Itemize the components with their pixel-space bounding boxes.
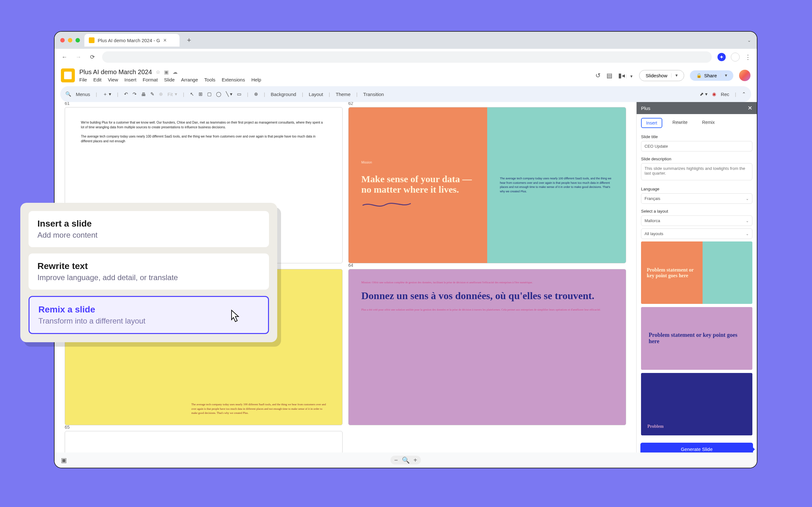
print-icon[interactable]: 🖶: [141, 92, 146, 97]
panel-tab-remix[interactable]: Remix: [698, 118, 719, 128]
grid-view-icon[interactable]: ▣: [61, 456, 67, 464]
search-icon[interactable]: 🔍: [65, 91, 71, 97]
undo-icon[interactable]: ↶: [124, 91, 128, 97]
menu-view[interactable]: View: [108, 77, 118, 82]
slide-title-label: Slide title: [641, 134, 752, 139]
close-tab-icon[interactable]: ×: [163, 37, 167, 44]
add-comment-icon[interactable]: ⊕: [254, 91, 258, 97]
line-icon[interactable]: ╲ ▾: [226, 91, 233, 97]
browser-tabstrip: Plus AI demo March 2024 - G × + ⌄: [55, 32, 757, 49]
lock-icon: 🔒: [696, 73, 702, 78]
slides-logo-icon: [61, 68, 75, 82]
window-controls: [60, 38, 80, 43]
layout-option-3[interactable]: Problem: [641, 373, 752, 435]
new-tab-button[interactable]: +: [184, 35, 194, 45]
all-layouts-select[interactable]: All layouts⌄: [641, 228, 752, 239]
close-panel-icon[interactable]: ✕: [748, 105, 752, 112]
chevron-down-icon: ⌄: [746, 232, 749, 236]
menu-slide[interactable]: Slide: [164, 77, 174, 82]
record-icon[interactable]: ◉: [712, 91, 716, 97]
history-icon[interactable]: ↺: [595, 72, 601, 79]
layout-option-2[interactable]: Problem statement or key point goes here: [641, 307, 752, 370]
layout-select[interactable]: Mallorca⌄: [641, 216, 752, 226]
close-window-icon[interactable]: [60, 38, 65, 43]
toolbar-layout[interactable]: Layout: [309, 92, 323, 97]
slide-64[interactable]: Mission: Offrir une solution complète de…: [348, 269, 626, 425]
address-bar[interactable]: [102, 51, 712, 63]
chevron-down-icon: ⌄: [746, 196, 749, 201]
collapse-icon[interactable]: ⌃: [742, 91, 746, 97]
tab-title: Plus AI demo March 2024 - G: [98, 38, 160, 43]
panel-tab-insert[interactable]: Insert: [641, 118, 662, 128]
menu-file[interactable]: File: [79, 77, 87, 82]
cloud-icon[interactable]: ☁: [172, 69, 177, 75]
select-icon[interactable]: ↖: [190, 91, 194, 97]
slide-number: 61: [65, 102, 70, 106]
maximize-window-icon[interactable]: [75, 38, 80, 43]
toolbar-transition[interactable]: Transition: [363, 92, 384, 97]
textbox-icon[interactable]: ⊞: [199, 91, 203, 97]
reload-button[interactable]: ⟳: [88, 53, 96, 61]
menu-help[interactable]: Help: [251, 77, 261, 82]
slideshow-button[interactable]: Slideshow▼: [639, 70, 684, 81]
menu-extensions[interactable]: Extensions: [222, 77, 245, 82]
browser-toolbar: ← → ⟳ ✦ ⋮: [55, 49, 757, 65]
menu-edit[interactable]: Edit: [93, 77, 101, 82]
back-button[interactable]: ←: [60, 53, 68, 61]
zoom-icon[interactable]: ⊕: [159, 91, 163, 97]
slide-number: 62: [348, 102, 353, 106]
menu-format[interactable]: Format: [143, 77, 158, 82]
menu-bar: File Edit View Insert Format Slide Arran…: [79, 77, 261, 82]
comments-icon[interactable]: ▤: [606, 72, 612, 79]
zoom-reset-icon[interactable]: 🔍: [402, 456, 410, 464]
comment-tool-icon[interactable]: ▭: [237, 91, 241, 97]
minimize-window-icon[interactable]: [68, 38, 72, 43]
layout-option-1[interactable]: Problem statement or key point goes here: [641, 241, 752, 304]
slide-number: 65: [65, 425, 70, 430]
slides-toolbar: 🔍 Menus | ＋ ▾ | ↶ ↷ 🖶 ✎ ⊕ Fit ▾ | ↖ ⊞ ▢ …: [60, 86, 751, 102]
star-icon[interactable]: ☆: [156, 69, 160, 75]
slide-number: 64: [348, 263, 353, 268]
squiggle-icon: [361, 200, 412, 210]
action-rewrite-card[interactable]: Rewrite text Improve language, add detai…: [29, 253, 269, 290]
action-remix-card[interactable]: Remix a slide Transform into a different…: [29, 296, 269, 334]
plus-actions-popup: Insert a slide Add more content Rewrite …: [20, 203, 277, 342]
paint-icon[interactable]: ✎: [150, 91, 154, 97]
forward-button[interactable]: →: [74, 53, 83, 61]
zoom-fit[interactable]: Fit ▾: [167, 91, 177, 97]
slide-62[interactable]: Mission Make sense of your data — no mat…: [348, 107, 626, 263]
pointer-icon[interactable]: ⬈ ▾: [700, 91, 708, 97]
browser-menu-icon[interactable]: ⋮: [745, 53, 751, 61]
move-icon[interactable]: ▣: [164, 69, 169, 75]
language-select[interactable]: Français⌄: [641, 193, 752, 204]
menu-tools[interactable]: Tools: [204, 77, 215, 82]
zoom-out-button[interactable]: −: [394, 457, 398, 464]
tabs-overflow-icon[interactable]: ⌄: [747, 38, 751, 43]
share-button[interactable]: 🔒 Share▼: [690, 70, 733, 81]
action-insert-card[interactable]: Insert a slide Add more content: [29, 211, 269, 247]
redo-icon[interactable]: ↷: [133, 91, 137, 97]
profile-icon[interactable]: [731, 53, 740, 61]
panel-tab-rewrite[interactable]: Rewrite: [668, 118, 692, 128]
menu-arrange[interactable]: Arrange: [181, 77, 198, 82]
plus-extension-icon[interactable]: ✦: [717, 53, 726, 61]
toolbar-background[interactable]: Background: [271, 92, 296, 97]
chevron-down-icon: ⌄: [746, 219, 749, 223]
slides-header: Plus AI demo March 2024 ☆ ▣ ☁ File Edit …: [55, 65, 757, 82]
slide-desc-input[interactable]: [641, 163, 752, 180]
zoom-in-button[interactable]: +: [414, 457, 417, 464]
layout-label: Select a layout: [641, 209, 752, 214]
slide-title-input[interactable]: [641, 141, 752, 152]
shape-icon[interactable]: ◯: [216, 91, 221, 97]
meet-icon[interactable]: ▮◂▼: [618, 72, 633, 79]
new-slide-button[interactable]: ＋ ▾: [103, 91, 111, 97]
user-avatar[interactable]: [739, 70, 751, 81]
toolbar-theme[interactable]: Theme: [336, 92, 351, 97]
toolbar-rec[interactable]: Rec: [721, 92, 729, 97]
browser-tab[interactable]: Plus AI demo March 2024 - G ×: [84, 34, 180, 47]
image-icon[interactable]: ▢: [207, 91, 212, 97]
panel-title: Plus: [641, 106, 650, 111]
menu-insert[interactable]: Insert: [124, 77, 136, 82]
toolbar-menus[interactable]: Menus: [76, 92, 90, 97]
document-title[interactable]: Plus AI demo March 2024: [79, 68, 152, 76]
